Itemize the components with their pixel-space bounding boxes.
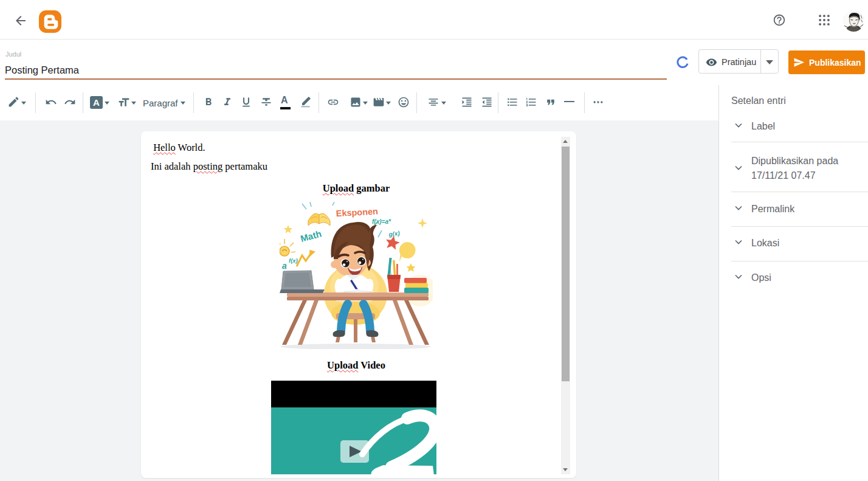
svg-text:f(x)=a*: f(x)=a*: [372, 218, 391, 225]
svg-text:Eksponen: Eksponen: [336, 206, 378, 218]
svg-text:a: a: [282, 261, 287, 271]
svg-text:Math: Math: [299, 228, 322, 243]
svg-text:g(x): g(x): [388, 229, 401, 238]
svg-text:f(x): f(x): [289, 257, 298, 264]
